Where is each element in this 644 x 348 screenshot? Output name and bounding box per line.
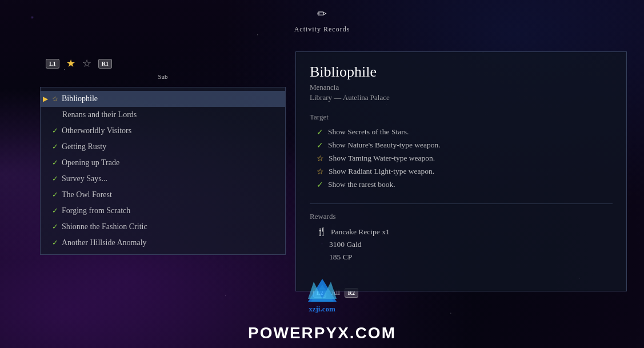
quest-name-4: Opening up Trade: [62, 158, 119, 167]
target-text-1: Show Nature's Beauty-type weapon.: [328, 141, 441, 150]
quest-name-6: The Owl Forest: [62, 190, 112, 199]
target-label: Target: [310, 113, 613, 122]
quest-check-icon-6: ✓: [52, 190, 58, 199]
nav-bar-wrapper: L1 ★ ☆ R1 Sub: [40, 57, 286, 70]
quest-check-icon-3: ✓: [52, 142, 58, 151]
quest-item-7[interactable]: ✓ Forging from Scratch: [41, 203, 285, 219]
star-filled-icon: ★: [66, 57, 75, 70]
reward-item-0: 🍴 Pancake Recipe x1: [310, 227, 613, 237]
reward-fork-icon: 🍴: [317, 227, 326, 237]
quest-item-9[interactable]: ✓ Another Hillside Anomaly: [41, 235, 285, 251]
nav-bar: L1 ★ ☆ R1: [40, 57, 286, 70]
quest-check-icon-4: ✓: [52, 158, 58, 167]
detail-location1: Menancia: [310, 83, 613, 92]
reward-text-1: 3100 Gald: [317, 240, 362, 249]
quest-item-0[interactable]: ☆ Bibliophile: [41, 91, 285, 107]
detail-title: Bibliophile: [310, 63, 613, 81]
r1-button[interactable]: R1: [98, 59, 112, 69]
xzji-logo-icon: [305, 276, 339, 305]
watermark: POWERPYX.COM: [248, 324, 396, 342]
quest-list: ☆ Bibliophile Renans and their Lords ✓ O…: [40, 87, 286, 255]
quest-check-icon-7: ✓: [52, 206, 58, 215]
star-outline-icon: ☆: [82, 57, 91, 70]
reward-item-1: 3100 Gald: [310, 240, 613, 249]
quest-name-5: Survey Says...: [62, 174, 107, 183]
right-panel: Bibliophile Menancia Library — Autelina …: [295, 51, 627, 291]
quest-check-icon-9: ✓: [52, 238, 58, 247]
quest-item-5[interactable]: ✓ Survey Says...: [41, 171, 285, 187]
target-star-icon-2: ☆: [317, 154, 324, 163]
target-star-icon-3: ☆: [317, 167, 324, 177]
quest-name-1: Renans and their Lords: [52, 110, 137, 119]
target-check-icon-1: ✓: [317, 141, 323, 150]
target-text-3: Show Radiant Light-type weapon.: [329, 167, 434, 176]
quest-item-3[interactable]: ✓ Getting Rusty: [41, 139, 285, 155]
quest-name-0: Bibliophile: [62, 94, 98, 103]
xzji-overlay: xzji.com: [305, 276, 339, 314]
target-list: ✓ Show Secrets of the Stars. ✓ Show Natu…: [310, 127, 613, 190]
quest-item-8[interactable]: ✓ Shionne the Fashion Critic: [41, 219, 285, 235]
target-text-4: Show the rarest book.: [328, 180, 395, 189]
quest-item-1[interactable]: Renans and their Lords: [41, 107, 285, 123]
target-check-icon-0: ✓: [317, 127, 323, 137]
target-item-1: ✓ Show Nature's Beauty-type weapon.: [310, 141, 613, 150]
reward-text-2: 185 CP: [317, 253, 352, 262]
left-panel: L1 ★ ☆ R1 Sub ☆ Bibliophile Renans and t…: [40, 57, 286, 255]
quest-item-2[interactable]: ✓ Otherworldly Visitors: [41, 123, 285, 139]
l1-button[interactable]: L1: [46, 59, 59, 69]
quest-name-8: Shionne the Fashion Critic: [62, 222, 147, 231]
xzji-text: xzji.com: [309, 305, 335, 314]
rewards-label: Rewards: [310, 212, 613, 221]
reward-text-0: Pancake Recipe x1: [331, 227, 390, 237]
detail-location2: Library — Autelina Palace: [310, 93, 613, 102]
quest-check-icon-8: ✓: [52, 222, 58, 231]
quest-name-2: Otherworldly Visitors: [62, 126, 131, 135]
header-title: Activity Records: [294, 25, 350, 34]
target-item-3: ☆ Show Radiant Light-type weapon.: [310, 167, 613, 177]
target-check-icon-4: ✓: [317, 180, 323, 190]
target-text-0: Show Secrets of the Stars.: [328, 127, 409, 137]
target-item-0: ✓ Show Secrets of the Stars.: [310, 127, 613, 137]
quest-name-7: Forging from Scratch: [62, 206, 130, 215]
target-item-4: ✓ Show the rarest book.: [310, 180, 613, 190]
quest-star-icon-0: ☆: [52, 95, 58, 103]
quest-check-icon-2: ✓: [52, 126, 58, 135]
quest-name-9: Another Hillside Anomaly: [62, 238, 147, 247]
quest-item-4[interactable]: ✓ Opening up Trade: [41, 155, 285, 171]
rewards-section: Rewards 🍴 Pancake Recipe x1 3100 Gald 18…: [310, 203, 613, 262]
sub-label: Sub: [158, 73, 167, 80]
activity-records-icon: ✏: [313, 5, 331, 23]
reward-item-2: 185 CP: [310, 253, 613, 262]
header-area: ✏ Activity Records: [294, 5, 350, 34]
quest-name-3: Getting Rusty: [62, 142, 106, 151]
target-item-2: ☆ Show Taming Water-type weapon.: [310, 154, 613, 163]
quest-check-icon-5: ✓: [52, 174, 58, 183]
quest-item-6[interactable]: ✓ The Owl Forest: [41, 187, 285, 203]
target-text-2: Show Taming Water-type weapon.: [329, 154, 435, 163]
